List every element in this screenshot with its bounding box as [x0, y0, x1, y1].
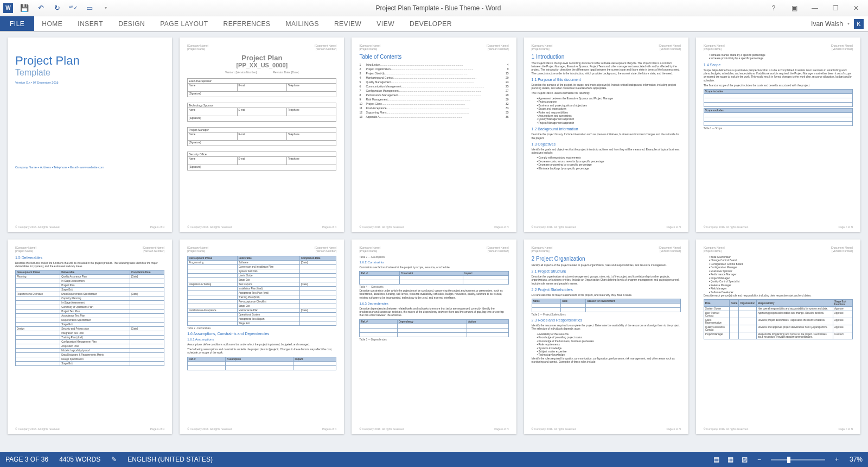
proofing-icon[interactable]: ✎ — [106, 456, 122, 463]
word-icon: W — [3, 3, 13, 13]
status-words[interactable]: 4405 WORDS — [54, 456, 106, 463]
view-print-icon[interactable]: ▦ — [724, 454, 738, 465]
window-title: Project Plan Template - Blue Theme - Wor… — [111, 4, 766, 12]
status-language[interactable]: ENGLISH (UNITED STATES) — [122, 456, 218, 463]
tab-insert[interactable]: INSERT — [70, 16, 111, 31]
page-8[interactable]: [Company Name][Project Name][Document Na… — [352, 239, 516, 434]
pp-name: Project Plan — [187, 54, 336, 62]
page-3[interactable]: [Company Name][Project Name][Document Na… — [352, 37, 516, 232]
tab-developer[interactable]: DEVELOPER — [402, 16, 459, 31]
tab-home[interactable]: HOME — [34, 16, 70, 31]
status-page[interactable]: PAGE 3 OF 36 — [0, 456, 54, 463]
page-2[interactable]: [Company Name][Project Name][Document Na… — [180, 37, 344, 232]
titlebar: W 💾 ↶ ↻ ᴬᴮ✓ ▭ ▾ Project Plan Template - … — [0, 0, 868, 16]
spelling-icon[interactable]: ᴬᴮ✓ — [68, 3, 78, 13]
zoom-out-icon[interactable]: − — [752, 456, 767, 463]
user-name[interactable]: Ivan Walsh — [811, 20, 843, 28]
redo-icon[interactable]: ↻ — [52, 3, 62, 13]
page-10[interactable]: [Company Name][Project Name][Document Na… — [696, 239, 860, 434]
pp-code: [PP_XX_US_0000] — [187, 62, 336, 68]
page-6[interactable]: [Company Name][Project Name][Document Na… — [8, 239, 172, 434]
tab-references[interactable]: REFERENCES — [216, 16, 278, 31]
toolbar-extra-icon[interactable]: ▭ — [85, 3, 94, 13]
view-web-icon[interactable]: ▨ — [738, 454, 752, 465]
doc-contact: Company Name + Address • Telephone • Ema… — [15, 166, 164, 169]
qat-dropdown-icon[interactable]: ▾ — [101, 3, 111, 13]
zoom-slider[interactable] — [771, 459, 825, 460]
titlebar-right: ? ▣ — ❐ ✕ — [766, 4, 868, 12]
undo-icon[interactable]: ↶ — [36, 3, 46, 13]
document-canvas[interactable]: Project Plan Template Version X.x • 07 D… — [0, 31, 868, 452]
ribbon: FILE HOME INSERT DESIGN PAGE LAYOUT REFE… — [0, 16, 868, 31]
doc-title: Project Plan — [15, 54, 164, 68]
close-icon[interactable]: ✕ — [848, 4, 864, 12]
view-read-icon[interactable]: ▤ — [710, 454, 724, 465]
pages-grid: Project Plan Template Version X.x • 07 D… — [0, 32, 868, 440]
tab-review[interactable]: REVIEW — [327, 16, 369, 31]
zoom-in-icon[interactable]: + — [829, 456, 844, 463]
minimize-icon[interactable]: — — [807, 4, 822, 12]
toc-title: Table of Contents — [359, 54, 508, 60]
page-1[interactable]: Project Plan Template Version X.x • 07 D… — [8, 37, 172, 232]
doc-version: Version X.x • 07 December 2016 — [15, 81, 164, 84]
tab-mailings[interactable]: MAILINGS — [278, 16, 327, 31]
statusbar: PAGE 3 OF 36 4405 WORDS ✎ ENGLISH (UNITE… — [0, 452, 868, 467]
save-icon[interactable]: 💾 — [20, 3, 29, 13]
user-avatar[interactable]: K — [854, 19, 864, 29]
quick-access-toolbar: W 💾 ↶ ↻ ᴬᴮ✓ ▭ ▾ — [0, 3, 111, 13]
page-5[interactable]: [Company Name][Project Name][Document Na… — [696, 37, 860, 232]
doc-subtitle: Template — [15, 68, 164, 78]
tab-file[interactable]: FILE — [0, 16, 34, 31]
ribbon-display-icon[interactable]: ▣ — [787, 4, 802, 12]
tab-view[interactable]: VIEW — [369, 16, 402, 31]
tab-page-layout[interactable]: PAGE LAYOUT — [152, 16, 215, 31]
page-7[interactable]: [Company Name][Project Name][Document Na… — [180, 239, 344, 434]
page-4[interactable]: [Company Name][Project Name][Document Na… — [524, 37, 688, 232]
help-icon[interactable]: ? — [766, 4, 781, 12]
page-9[interactable]: [Company Name][Project Name][Document Na… — [524, 239, 688, 434]
zoom-level[interactable]: 37% — [844, 456, 868, 463]
tab-design[interactable]: DESIGN — [111, 16, 152, 31]
restore-icon[interactable]: ❐ — [828, 4, 843, 12]
